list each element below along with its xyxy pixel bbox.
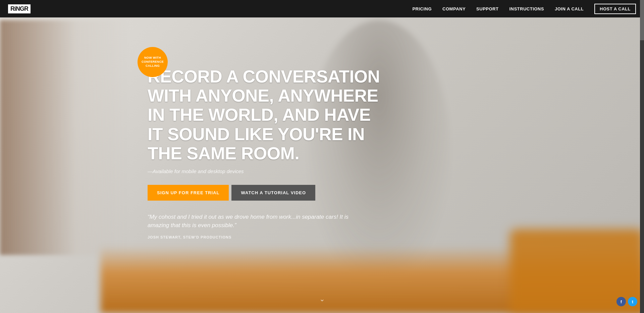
hero-content: NOW WITHCONFERENCECALLING RECORD A CONVE… <box>148 67 382 239</box>
nav-link-instructions[interactable]: INSTRUCTIONS <box>509 6 544 11</box>
hero-shelf-blur <box>0 20 127 255</box>
twitter-icon[interactable]: t <box>628 297 637 306</box>
scrollbar-thumb[interactable] <box>640 0 644 40</box>
signup-free-trial-button[interactable]: SIGN UP FOR FREE TRIAL <box>148 185 229 201</box>
logo[interactable]: RiNGR <box>8 4 31 13</box>
nav-link-pricing[interactable]: PRICING <box>412 6 432 11</box>
nav-link-join-a-call[interactable]: JOIN A CALL <box>555 6 584 11</box>
nav-link-company[interactable]: COMPANY <box>442 6 466 11</box>
logo-text: RiNGR <box>8 4 31 13</box>
scrollbar[interactable] <box>640 0 644 313</box>
badge-text: NOW WITHCONFERENCECALLING <box>142 56 164 68</box>
social-icons: f t <box>616 297 637 306</box>
hero-headline: RECORD A CONVERSATION WITH ANYONE, ANYWH… <box>148 67 382 163</box>
conference-calling-badge: NOW WITHCONFERENCECALLING <box>138 47 168 77</box>
nav-link-support[interactable]: SUPPORT <box>476 6 498 11</box>
hero-quote: “My cohost and I tried it out as we drov… <box>148 213 359 230</box>
navigation: RiNGR PRICING COMPANY SUPPORT INSTRUCTIO… <box>0 0 644 17</box>
hero-quote-author: JOSH STEWART, Stew'd Productions <box>148 235 382 239</box>
hero-buttons: SIGN UP FOR FREE TRIAL WATCH A TUTORIAL … <box>148 185 382 201</box>
watch-tutorial-video-button[interactable]: WATCH A TUTORIAL VIDEO <box>231 185 315 201</box>
hero-subtext: —Available for mobile and desktop device… <box>148 168 382 174</box>
nav-link-host-a-call[interactable]: HOST A CALL <box>594 4 636 14</box>
nav-links: PRICING COMPANY SUPPORT INSTRUCTIONS JOI… <box>412 4 636 14</box>
scroll-down-arrow[interactable]: ⌄ <box>319 295 325 303</box>
hero-section: NOW WITHCONFERENCECALLING RECORD A CONVE… <box>0 0 644 313</box>
facebook-icon[interactable]: f <box>616 297 626 306</box>
